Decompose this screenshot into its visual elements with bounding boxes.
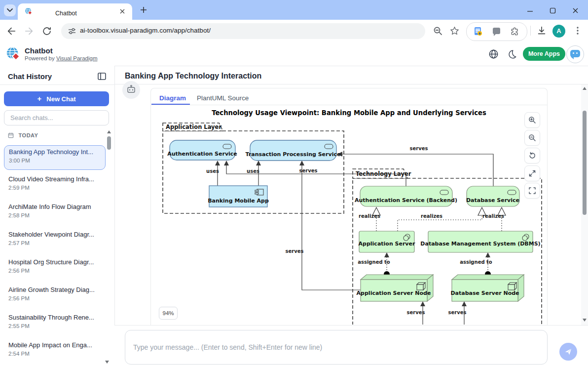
node-dbms-label: Database Management System (DBMS)	[420, 241, 540, 247]
reset-rotate-icon	[528, 152, 536, 160]
url-text[interactable]: ai-toolbox.visual-paradigm.com/app/chatb…	[80, 27, 211, 34]
chat-item-airline-growth[interactable]: Airline Growth Strategy Diag... 2:56 PM	[4, 284, 105, 307]
node-auth-service-label: Authentication Service	[167, 151, 237, 157]
main-scroll-up[interactable]	[583, 87, 587, 90]
browser-menu-icon[interactable]	[574, 26, 581, 35]
chat-item-time: 2:56 PM	[8, 295, 30, 301]
chat-item-time: 2:55 PM	[8, 323, 30, 329]
app-service-icon	[325, 144, 333, 149]
extensions-puzzle-icon[interactable]	[510, 27, 520, 37]
uses-label: uses	[206, 168, 219, 174]
site-settings-icon[interactable]	[68, 27, 76, 35]
bot-avatar	[122, 81, 140, 99]
chat-item-cloud-video[interactable]: Cloud Video Streaming Infra... 2:59 PM	[4, 173, 105, 197]
fullscreen-button[interactable]	[524, 183, 540, 199]
docs-extension-icon[interactable]	[475, 27, 481, 35]
app-server-node-side	[427, 275, 433, 301]
uses-label: uses	[247, 168, 259, 174]
node-app-server-label: Application Server	[359, 241, 415, 247]
chat-item-stakeholder[interactable]: Stakeholder Viewpoint Diagr... 2:57 PM	[4, 228, 105, 252]
language-globe-icon[interactable]	[488, 49, 499, 59]
feedback-extension-icon[interactable]	[493, 28, 500, 34]
sidebar-scrollbar-thumb[interactable]	[107, 136, 111, 150]
sidebar-scroll-up[interactable]	[107, 130, 111, 133]
chatbot-badge-icon[interactable]	[566, 45, 584, 63]
node-auth-backend-label: Authentication Service (Backend)	[355, 197, 457, 204]
zoom-out-page-icon[interactable]	[433, 26, 443, 36]
app-server-node-top	[361, 275, 433, 280]
window-maximize-button[interactable]	[550, 6, 558, 15]
main-scrollbar-thumb[interactable]	[583, 111, 587, 215]
new-chat-label: New Chat	[46, 95, 75, 103]
realizes-label: realizes	[421, 213, 442, 219]
robot-icon	[127, 85, 136, 95]
browser-window: Chatbot ai-toolbox.visual-paradigm.com/a…	[0, 0, 588, 368]
toolbar-divider	[530, 26, 531, 36]
visual-paradigm-logo	[6, 46, 21, 61]
serves-label: serves	[286, 248, 304, 254]
chat-item-time: 2:57 PM	[8, 240, 30, 246]
app-title: Chatbot	[25, 46, 53, 55]
calendar-icon	[8, 132, 14, 138]
browser-tab[interactable]: Chatbot	[18, 3, 132, 20]
zoom-out-button[interactable]	[524, 130, 540, 146]
forward-icon[interactable]	[24, 26, 35, 37]
chat-item-title: Stakeholder Viewpoint Diagr...	[8, 231, 94, 238]
chat-item-time: 2:56 PM	[8, 268, 30, 274]
reload-icon[interactable]	[41, 26, 52, 37]
sidebar-collapse-icon[interactable]	[98, 73, 106, 80]
chat-item-title: Hospital Org Structure Diagr...	[8, 258, 94, 266]
db-server-node-side	[518, 275, 524, 301]
reset-view-button[interactable]	[524, 148, 540, 164]
chat-item-title: Mobile App Impact on Enga...	[8, 341, 92, 349]
back-icon[interactable]	[6, 26, 17, 37]
archimate-diagram-canvas[interactable]: Application Layer Technology Layer uses …	[151, 88, 548, 325]
chat-item-time: 3:00 PM	[9, 158, 30, 164]
powered-by: Powered by Visual Paradigm	[25, 55, 97, 61]
window-minimize-button[interactable]	[527, 6, 536, 15]
more-apps-button[interactable]: More Apps	[523, 47, 565, 61]
chat-item-title: Banking App Technology Int...	[9, 148, 93, 156]
chat-item-banking-app[interactable]: Banking App Technology Int... 3:00 PM	[4, 145, 106, 170]
send-button[interactable]	[559, 343, 577, 361]
downloads-icon[interactable]	[536, 25, 547, 36]
chat-history-title: Chat History	[8, 72, 52, 81]
chat-item-title: Airline Growth Strategy Diag...	[8, 286, 95, 293]
dark-mode-moon-icon[interactable]	[507, 49, 517, 59]
bookmark-star-icon[interactable]	[449, 26, 460, 36]
tab-close-icon[interactable]	[119, 8, 125, 14]
fit-to-screen-button[interactable]	[524, 165, 540, 181]
chat-item-title: Cloud Video Streaming Infra...	[8, 175, 94, 183]
sidebar-scroll-down[interactable]	[105, 361, 109, 364]
realizes-label: realizes	[359, 213, 380, 219]
page-title-divider	[114, 84, 588, 84]
message-input[interactable]	[125, 330, 548, 365]
chat-item-sustainability[interactable]: Sustainability Through Rene... 2:55 PM	[4, 311, 105, 335]
profile-avatar[interactable]: A	[552, 25, 565, 38]
system-software-icon	[404, 236, 408, 241]
favicon-visual-paradigm-icon	[25, 7, 33, 15]
chat-item-hospital-org[interactable]: Hospital Org Structure Diagr... 2:56 PM	[4, 256, 105, 280]
zoom-in-icon	[528, 116, 536, 124]
tab-search-chevron-button[interactable]	[4, 4, 16, 16]
app-header	[0, 42, 588, 66]
search-input[interactable]	[4, 110, 109, 125]
main-scroll-down[interactable]	[583, 319, 587, 322]
today-label: TODAY	[19, 132, 38, 138]
chat-item-archimate-flow[interactable]: ArchiMate Info Flow Diagram 2:58 PM	[4, 201, 105, 224]
node-authentication-service[interactable]	[170, 140, 235, 160]
chat-item-mobile-app-impact[interactable]: Mobile App Impact on Enga... 2:54 PM	[4, 339, 105, 363]
sidebar-divider	[0, 84, 114, 85]
node-tps-label: Transaction Processing Service	[246, 151, 341, 158]
assigned-to-label: assigned to	[460, 259, 492, 265]
new-tab-button[interactable]	[140, 6, 147, 13]
page-title: Banking App Technology Interaction	[125, 72, 261, 81]
new-chat-button[interactable]: +New Chat	[4, 91, 109, 106]
visual-paradigm-link[interactable]: Visual Paradigm	[56, 55, 98, 61]
chat-item-time: 2:54 PM	[8, 351, 30, 357]
window-close-button[interactable]	[572, 6, 581, 15]
tech-service-icon	[508, 190, 516, 195]
zoom-in-button[interactable]	[524, 112, 540, 128]
tab-title: Chatbot	[55, 10, 77, 17]
zoom-out-icon	[528, 134, 536, 142]
